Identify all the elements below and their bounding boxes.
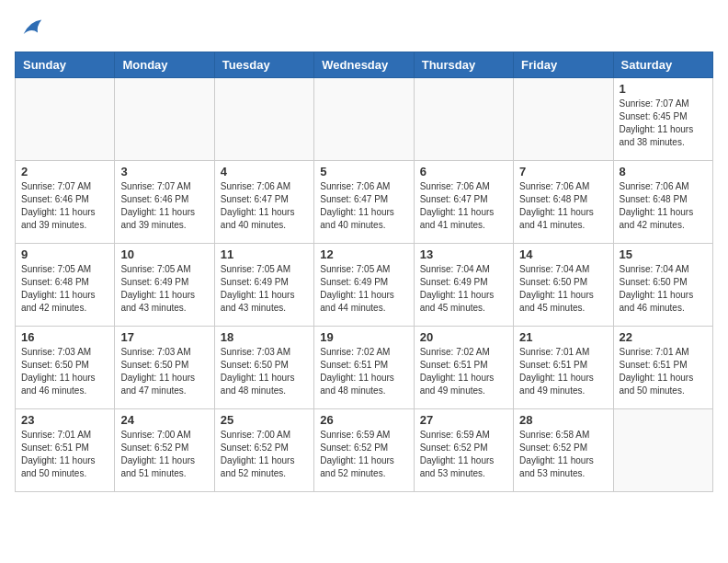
calendar-header-row: SundayMondayTuesdayWednesdayThursdayFrid… — [16, 52, 713, 78]
day-info-text: Sunrise: 7:06 AM Sunset: 6:47 PM Dayligh… — [420, 180, 507, 232]
day-number: 6 — [420, 165, 507, 178]
day-info-text: Sunrise: 7:06 AM Sunset: 6:47 PM Dayligh… — [221, 180, 308, 232]
day-number: 15 — [620, 247, 707, 261]
day-info-text: Sunrise: 7:06 AM Sunset: 6:48 PM Dayligh… — [620, 180, 707, 232]
calendar-day-cell: 21Sunrise: 7:01 AM Sunset: 6:51 PM Dayli… — [514, 327, 613, 409]
calendar-day-cell — [414, 78, 513, 161]
day-number: 10 — [120, 247, 208, 261]
day-info-text: Sunrise: 7:01 AM Sunset: 6:51 PM Dayligh… — [21, 429, 108, 480]
calendar-day-cell: 18Sunrise: 7:03 AM Sunset: 6:50 PM Dayli… — [214, 327, 313, 409]
day-info-text: Sunrise: 7:06 AM Sunset: 6:47 PM Dayligh… — [320, 180, 407, 232]
day-number: 14 — [519, 247, 607, 261]
day-info-text: Sunrise: 7:01 AM Sunset: 6:51 PM Dayligh… — [519, 346, 607, 397]
calendar-day-cell: 14Sunrise: 7:04 AM Sunset: 6:50 PM Dayli… — [514, 244, 613, 327]
day-number: 23 — [21, 413, 108, 427]
day-info-text: Sunrise: 6:58 AM Sunset: 6:52 PM Dayligh… — [519, 429, 607, 480]
calendar-day-cell: 13Sunrise: 7:04 AM Sunset: 6:49 PM Dayli… — [414, 244, 513, 327]
page-header — [15, 15, 713, 40]
day-number: 1 — [620, 82, 707, 96]
calendar-day-cell: 28Sunrise: 6:58 AM Sunset: 6:52 PM Dayli… — [514, 409, 613, 492]
calendar-day-cell — [613, 409, 712, 492]
day-number: 11 — [221, 247, 308, 261]
day-info-text: Sunrise: 7:04 AM Sunset: 6:50 PM Dayligh… — [519, 263, 607, 315]
weekday-header-friday: Friday — [514, 52, 613, 78]
calendar-day-cell: 10Sunrise: 7:05 AM Sunset: 6:49 PM Dayli… — [115, 244, 214, 327]
day-info-text: Sunrise: 7:05 AM Sunset: 6:49 PM Dayligh… — [120, 263, 208, 315]
calendar-day-cell: 27Sunrise: 6:59 AM Sunset: 6:52 PM Dayli… — [414, 409, 513, 492]
weekday-header-saturday: Saturday — [613, 52, 712, 78]
calendar-day-cell: 23Sunrise: 7:01 AM Sunset: 6:51 PM Dayli… — [16, 409, 115, 492]
day-info-text: Sunrise: 6:59 AM Sunset: 6:52 PM Dayligh… — [420, 429, 507, 480]
day-number: 2 — [21, 165, 108, 178]
day-info-text: Sunrise: 6:59 AM Sunset: 6:52 PM Dayligh… — [320, 429, 407, 480]
weekday-header-sunday: Sunday — [16, 52, 115, 78]
calendar-day-cell: 26Sunrise: 6:59 AM Sunset: 6:52 PM Dayli… — [314, 409, 414, 492]
day-info-text: Sunrise: 7:00 AM Sunset: 6:52 PM Dayligh… — [120, 429, 208, 480]
day-number: 25 — [221, 413, 308, 427]
day-number: 4 — [221, 165, 308, 178]
day-info-text: Sunrise: 7:03 AM Sunset: 6:50 PM Dayligh… — [221, 346, 308, 397]
calendar-day-cell: 24Sunrise: 7:00 AM Sunset: 6:52 PM Dayli… — [115, 409, 214, 492]
day-number: 24 — [120, 413, 208, 427]
weekday-header-thursday: Thursday — [414, 52, 513, 78]
day-number: 8 — [620, 165, 707, 178]
calendar-day-cell: 4Sunrise: 7:06 AM Sunset: 6:47 PM Daylig… — [214, 161, 313, 244]
calendar-day-cell: 8Sunrise: 7:06 AM Sunset: 6:48 PM Daylig… — [613, 161, 712, 244]
calendar-day-cell: 19Sunrise: 7:02 AM Sunset: 6:51 PM Dayli… — [314, 327, 414, 409]
day-info-text: Sunrise: 7:00 AM Sunset: 6:52 PM Dayligh… — [221, 429, 308, 480]
day-info-text: Sunrise: 7:02 AM Sunset: 6:51 PM Dayligh… — [320, 346, 407, 397]
day-info-text: Sunrise: 7:07 AM Sunset: 6:45 PM Dayligh… — [620, 98, 707, 149]
day-number: 20 — [420, 330, 507, 344]
day-number: 27 — [420, 413, 507, 427]
calendar-week-row: 16Sunrise: 7:03 AM Sunset: 6:50 PM Dayli… — [16, 327, 713, 409]
day-number: 7 — [519, 165, 607, 178]
calendar-day-cell: 20Sunrise: 7:02 AM Sunset: 6:51 PM Dayli… — [414, 327, 513, 409]
day-number: 3 — [120, 165, 208, 178]
day-info-text: Sunrise: 7:07 AM Sunset: 6:46 PM Dayligh… — [21, 180, 108, 232]
calendar-day-cell: 3Sunrise: 7:07 AM Sunset: 6:46 PM Daylig… — [115, 161, 214, 244]
day-number: 28 — [519, 413, 607, 427]
day-number: 5 — [320, 165, 407, 178]
logo — [15, 15, 44, 40]
day-number: 19 — [320, 330, 407, 344]
day-info-text: Sunrise: 7:07 AM Sunset: 6:46 PM Dayligh… — [120, 180, 208, 232]
weekday-header-monday: Monday — [115, 52, 214, 78]
day-info-text: Sunrise: 7:04 AM Sunset: 6:50 PM Dayligh… — [620, 263, 707, 315]
day-info-text: Sunrise: 7:05 AM Sunset: 6:49 PM Dayligh… — [320, 263, 407, 315]
day-number: 12 — [320, 247, 407, 261]
calendar-day-cell: 17Sunrise: 7:03 AM Sunset: 6:50 PM Dayli… — [115, 327, 214, 409]
day-info-text: Sunrise: 7:01 AM Sunset: 6:51 PM Dayligh… — [620, 346, 707, 397]
day-number: 17 — [120, 330, 208, 344]
calendar-week-row: 2Sunrise: 7:07 AM Sunset: 6:46 PM Daylig… — [16, 161, 713, 244]
calendar-table: SundayMondayTuesdayWednesdayThursdayFrid… — [15, 52, 713, 492]
calendar-day-cell: 16Sunrise: 7:03 AM Sunset: 6:50 PM Dayli… — [16, 327, 115, 409]
calendar-day-cell: 6Sunrise: 7:06 AM Sunset: 6:47 PM Daylig… — [414, 161, 513, 244]
calendar-day-cell: 12Sunrise: 7:05 AM Sunset: 6:49 PM Dayli… — [314, 244, 414, 327]
day-info-text: Sunrise: 7:05 AM Sunset: 6:49 PM Dayligh… — [221, 263, 308, 315]
weekday-header-wednesday: Wednesday — [314, 52, 414, 78]
logo-bird-icon — [18, 15, 44, 40]
calendar-day-cell: 1Sunrise: 7:07 AM Sunset: 6:45 PM Daylig… — [613, 78, 712, 161]
day-number: 9 — [21, 247, 108, 261]
calendar-day-cell: 22Sunrise: 7:01 AM Sunset: 6:51 PM Dayli… — [613, 327, 712, 409]
calendar-week-row: 1Sunrise: 7:07 AM Sunset: 6:45 PM Daylig… — [16, 78, 713, 161]
day-info-text: Sunrise: 7:03 AM Sunset: 6:50 PM Dayligh… — [21, 346, 108, 397]
calendar-day-cell: 11Sunrise: 7:05 AM Sunset: 6:49 PM Dayli… — [214, 244, 313, 327]
calendar-day-cell: 2Sunrise: 7:07 AM Sunset: 6:46 PM Daylig… — [16, 161, 115, 244]
calendar-day-cell — [314, 78, 414, 161]
calendar-week-row: 9Sunrise: 7:05 AM Sunset: 6:48 PM Daylig… — [16, 244, 713, 327]
day-info-text: Sunrise: 7:03 AM Sunset: 6:50 PM Dayligh… — [120, 346, 208, 397]
calendar-day-cell: 5Sunrise: 7:06 AM Sunset: 6:47 PM Daylig… — [314, 161, 414, 244]
calendar-day-cell — [514, 78, 613, 161]
day-info-text: Sunrise: 7:06 AM Sunset: 6:48 PM Dayligh… — [519, 180, 607, 232]
calendar-day-cell — [214, 78, 313, 161]
day-number: 21 — [519, 330, 607, 344]
calendar-day-cell: 15Sunrise: 7:04 AM Sunset: 6:50 PM Dayli… — [613, 244, 712, 327]
day-number: 26 — [320, 413, 407, 427]
calendar-week-row: 23Sunrise: 7:01 AM Sunset: 6:51 PM Dayli… — [16, 409, 713, 492]
day-number: 13 — [420, 247, 507, 261]
day-info-text: Sunrise: 7:04 AM Sunset: 6:49 PM Dayligh… — [420, 263, 507, 315]
weekday-header-tuesday: Tuesday — [214, 52, 313, 78]
day-number: 16 — [21, 330, 108, 344]
calendar-day-cell — [16, 78, 115, 161]
